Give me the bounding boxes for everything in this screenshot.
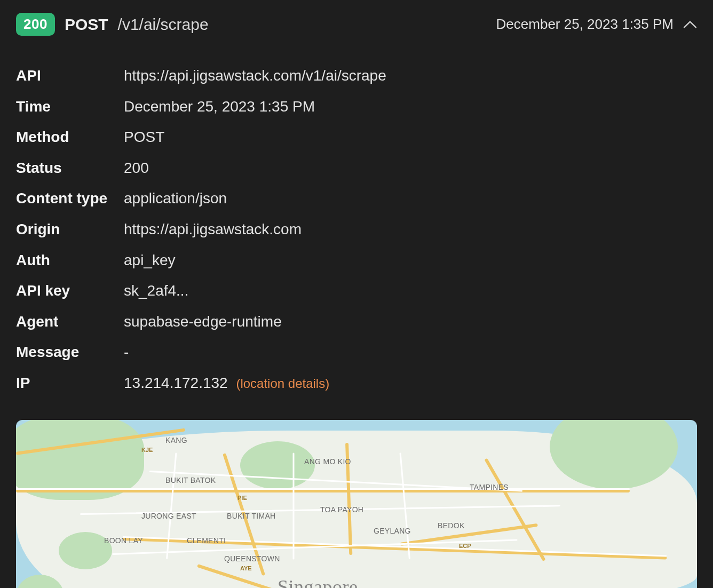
map-place: GEYLANG — [374, 527, 411, 535]
map-city: Singapore — [278, 576, 358, 588]
map-place: CLEMENTI — [187, 536, 226, 545]
value-content-type: application/json — [124, 189, 697, 208]
log-header: 200 POST /v1/ai/scrape December 25, 2023… — [16, 13, 697, 36]
label-agent: Agent — [16, 313, 123, 331]
label-status: Status — [16, 159, 123, 177]
label-api-key: API key — [16, 282, 123, 300]
location-details-link[interactable]: (location details) — [236, 376, 329, 391]
label-method: Method — [16, 128, 123, 146]
value-ip: 13.214.172.132 (location details) — [124, 374, 697, 392]
value-origin: https://api.jigsawstack.com — [124, 220, 697, 239]
ip-address: 13.214.172.132 — [124, 375, 228, 391]
map-place: BUKIT BATOK — [165, 476, 216, 484]
details-grid: API https://api.jigsawstack.com/v1/ai/sc… — [16, 67, 697, 392]
value-message: - — [124, 343, 697, 361]
location-map[interactable]: KANG ANG MO KIO BUKIT BATOK TAMPINES JUR… — [16, 420, 697, 588]
map-place: BEDOK — [438, 521, 465, 530]
label-api: API — [16, 67, 123, 85]
map-shield: AYE — [240, 565, 252, 571]
map-place: TAMPINES — [470, 483, 509, 491]
value-status: 200 — [124, 159, 697, 177]
map-shield: ECP — [459, 543, 471, 549]
chevron-up-icon — [683, 20, 697, 29]
map-place: TOA PAYOH — [320, 505, 363, 514]
map-place: QUEENSTOWN — [224, 554, 280, 563]
value-auth: api_key — [124, 251, 697, 269]
label-time: Time — [16, 98, 123, 116]
log-detail-panel: 200 POST /v1/ai/scrape December 25, 2023… — [0, 0, 713, 588]
header-left: 200 POST /v1/ai/scrape — [16, 13, 209, 36]
header-right: December 25, 2023 1:35 PM — [496, 16, 697, 33]
label-content-type: Content type — [16, 189, 123, 208]
map-place: KANG — [165, 436, 187, 444]
status-badge: 200 — [16, 13, 55, 36]
value-agent: supabase-edge-runtime — [124, 313, 697, 331]
value-api-key: sk_2af4... — [124, 282, 697, 300]
map-shield: PIE — [237, 495, 247, 501]
value-time: December 25, 2023 1:35 PM — [124, 98, 697, 116]
map-place: BOON LAY — [104, 536, 143, 545]
path-text: /v1/ai/scrape — [118, 15, 209, 34]
label-origin: Origin — [16, 220, 123, 239]
collapse-toggle[interactable] — [683, 20, 697, 29]
method-text: POST — [65, 15, 108, 34]
timestamp-text: December 25, 2023 1:35 PM — [496, 16, 674, 33]
label-message: Message — [16, 343, 123, 361]
map-place: BUKIT TIMAH — [227, 512, 275, 520]
map-place: JURONG EAST — [141, 512, 196, 520]
label-auth: Auth — [16, 251, 123, 269]
value-method: POST — [124, 128, 697, 146]
label-ip: IP — [16, 374, 123, 392]
map-place: ANG MO KIO — [304, 457, 351, 466]
value-api: https://api.jigsawstack.com/v1/ai/scrape — [124, 67, 697, 85]
map-shield: KJE — [141, 447, 153, 453]
